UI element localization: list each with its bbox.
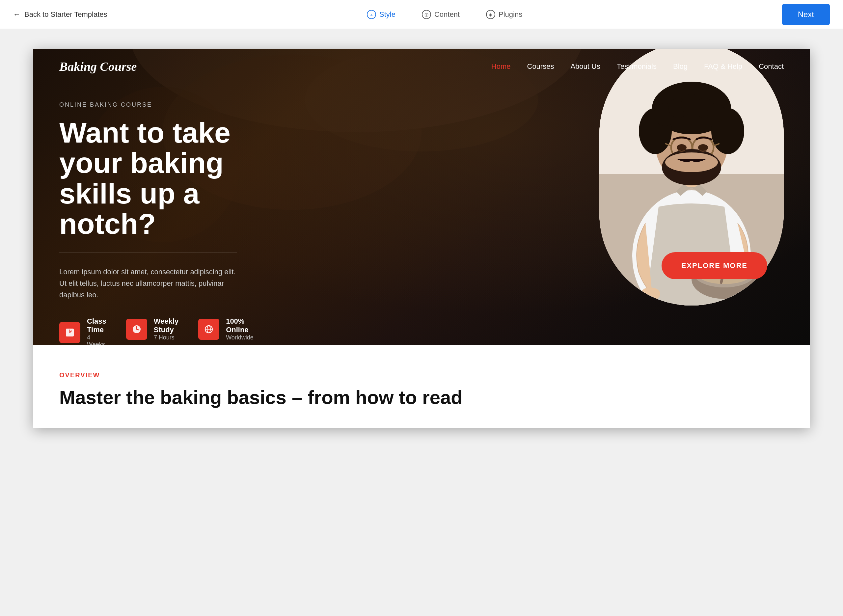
weekly-study-icon — [126, 319, 147, 340]
stat-online-text: 100% Online Worldwide — [226, 317, 254, 341]
style-icon: ⟁ — [367, 10, 376, 19]
hero-stats: Class Time 4 Weeks — [59, 317, 237, 345]
tab-content-label: Content — [434, 10, 460, 19]
preview-wrapper: Baking Course Home Courses About Us Test… — [0, 29, 843, 447]
nav-link-about[interactable]: About Us — [570, 62, 600, 71]
hero-image-container — [593, 49, 790, 345]
online-icon — [198, 319, 219, 340]
tab-style[interactable]: ⟁ Style — [367, 10, 396, 19]
explore-more-button[interactable]: EXPLORE MORE — [661, 252, 767, 279]
nav-link-courses[interactable]: Courses — [527, 62, 554, 71]
stat-weekly-study: Weekly Study 7 Hours — [126, 317, 179, 341]
nav-links: Home Courses About Us Testimonials Blog … — [491, 62, 784, 71]
next-button[interactable]: Next — [782, 4, 830, 25]
topbar: ← Back to Starter Templates ⟁ Style ◎ Co… — [0, 0, 843, 29]
hero-content: ONLINE BAKING COURSE Want to take your b… — [33, 49, 264, 345]
stat-class-time-label: Class Time — [87, 317, 106, 334]
svg-point-17 — [641, 287, 660, 301]
stat-weekly-value: 7 Hours — [154, 334, 179, 341]
svg-point-39 — [698, 144, 708, 151]
tab-group: ⟁ Style ◎ Content ◈ Plugins — [367, 10, 522, 19]
site-logo: Baking Course — [59, 59, 137, 74]
tab-plugins-label: Plugins — [498, 10, 522, 19]
stat-online-label: 100% Online — [226, 317, 254, 334]
plugins-icon: ◈ — [486, 10, 495, 19]
back-button[interactable]: ← Back to Starter Templates — [13, 10, 107, 19]
hero-title: Want to take your baking skills up a not… — [59, 117, 237, 239]
stat-weekly-label: Weekly Study — [154, 317, 179, 334]
site-preview: Baking Course Home Courses About Us Test… — [33, 49, 810, 428]
nav-link-contact[interactable]: Contact — [759, 62, 784, 71]
nav-link-home[interactable]: Home — [491, 62, 511, 71]
hero-section: ONLINE BAKING COURSE Want to take your b… — [33, 49, 810, 345]
class-time-icon — [59, 322, 81, 343]
stat-online: 100% Online Worldwide — [198, 317, 254, 341]
stat-class-time-text: Class Time 4 Weeks — [87, 317, 106, 345]
arrow-left-icon: ← — [13, 10, 21, 19]
svg-point-41 — [665, 153, 718, 172]
svg-point-32 — [707, 104, 726, 122]
content-icon: ◎ — [422, 10, 431, 19]
page-content: Baking Course Home Courses About Us Test… — [0, 0, 843, 447]
tab-content[interactable]: ◎ Content — [422, 10, 460, 19]
site-nav: Baking Course Home Courses About Us Test… — [33, 49, 810, 84]
hero-description: Lorem ipsum dolor sit amet, consectetur … — [59, 266, 237, 301]
overview-title: Master the baking basics – from how to r… — [59, 387, 784, 408]
hero-divider — [59, 252, 237, 253]
below-hero-section: OVERVIEW Master the baking basics – from… — [33, 345, 810, 428]
hero-subtitle: ONLINE BAKING COURSE — [59, 101, 237, 108]
back-label: Back to Starter Templates — [24, 10, 107, 19]
nav-link-faq[interactable]: FAQ & Help — [704, 62, 742, 71]
stat-class-time: Class Time 4 Weeks — [59, 317, 106, 345]
nav-link-testimonials[interactable]: Testimonials — [617, 62, 657, 71]
nav-link-blog[interactable]: Blog — [673, 62, 688, 71]
stat-class-time-value: 4 Weeks — [87, 334, 106, 345]
stat-weekly-text: Weekly Study 7 Hours — [154, 317, 179, 341]
overview-label: OVERVIEW — [59, 371, 784, 379]
tab-plugins[interactable]: ◈ Plugins — [486, 10, 522, 19]
tab-style-label: Style — [379, 10, 396, 19]
stat-online-value: Worldwide — [226, 334, 254, 341]
